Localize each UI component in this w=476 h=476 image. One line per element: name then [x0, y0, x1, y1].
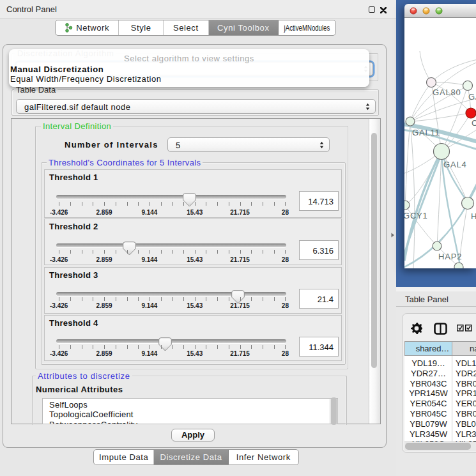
svg-text:C: C — [472, 118, 476, 128]
svg-text:GAL11: GAL11 — [412, 128, 440, 137]
svg-text:GAL4: GAL4 — [443, 160, 466, 169]
svg-text:HAP2: HAP2 — [438, 252, 462, 261]
svg-text:H: H — [471, 211, 476, 221]
svg-text:GA: GA — [468, 92, 476, 102]
svg-text:GCY1: GCY1 — [404, 211, 428, 220]
svg-text:GAL80: GAL80 — [433, 88, 461, 97]
